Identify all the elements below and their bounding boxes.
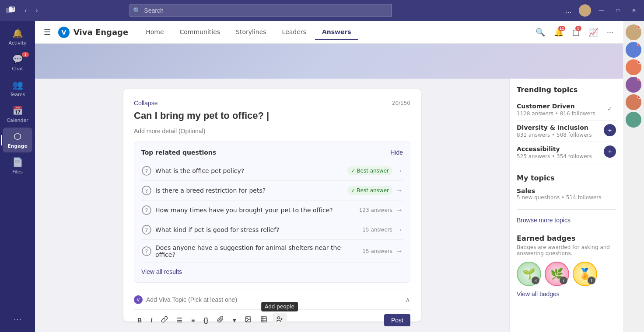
svg-text:?: ? bbox=[145, 227, 148, 233]
calendar-icon: 📅 bbox=[12, 105, 23, 116]
header-more-button[interactable]: ··· bbox=[604, 25, 616, 39]
related-title: Top related questions bbox=[141, 149, 216, 156]
best-answer-badge: ✓ Best answer bbox=[347, 186, 392, 195]
sidebar-item-engage[interactable]: ⬡ Engage bbox=[3, 128, 32, 152]
maximize-button[interactable]: □ bbox=[612, 6, 624, 15]
topic-follow-button[interactable]: + bbox=[604, 124, 616, 136]
search-icon: 🔍 bbox=[133, 7, 140, 14]
sidebar-item-label: Teams bbox=[10, 92, 25, 97]
italic-button[interactable]: I bbox=[147, 314, 156, 326]
detail-input[interactable] bbox=[134, 128, 410, 135]
related-question-item[interactable]: ? What kind if pet is good for stress re… bbox=[141, 220, 403, 240]
back-button[interactable]: ‹ bbox=[21, 5, 30, 16]
question-icon: ? bbox=[141, 205, 152, 215]
header-search-button[interactable]: 🔍 bbox=[533, 25, 548, 40]
right-rail-avatar-1[interactable] bbox=[626, 42, 641, 58]
nav-item-home[interactable]: Home bbox=[139, 25, 171, 40]
nav-item-answers[interactable]: Answers bbox=[315, 25, 358, 40]
titlebar-more-button[interactable]: ... bbox=[562, 4, 575, 17]
my-topic-meta: 5 new questions • 514 followers bbox=[517, 194, 616, 201]
right-rail-avatar-4[interactable] bbox=[626, 94, 641, 110]
topic-name: Customer Driven bbox=[517, 103, 595, 110]
attach-dropdown-button[interactable]: ▾ bbox=[229, 314, 239, 326]
app-header-right: 🔍 🔔12 ◫5 📈 ··· bbox=[533, 25, 616, 40]
related-question-item[interactable]: ? Does anyone have a suggestion for anim… bbox=[141, 240, 403, 263]
bold-button[interactable]: B bbox=[134, 314, 145, 326]
svg-rect-17 bbox=[261, 317, 266, 322]
avatar-badge bbox=[637, 24, 641, 29]
sidebar-item-chat[interactable]: 1 💬 Chat bbox=[3, 50, 32, 75]
topic-collapse-button[interactable]: ∧ bbox=[405, 296, 410, 304]
question-arrow-button[interactable]: → bbox=[396, 167, 403, 175]
add-people-button[interactable] bbox=[273, 313, 287, 327]
trending-topic-row: Accessibility 525 answers • 354 follower… bbox=[517, 142, 616, 163]
topic-follow-button[interactable]: ✓ bbox=[604, 103, 616, 115]
badges-desc: Badges are awarded for asking and answer… bbox=[517, 244, 616, 256]
nav-item-leaders[interactable]: Leaders bbox=[275, 25, 313, 40]
browse-topics-button[interactable]: Browse more topics bbox=[517, 217, 570, 224]
sidebar-item-calendar[interactable]: 📅 Calender bbox=[3, 102, 32, 127]
forward-button[interactable]: › bbox=[32, 5, 41, 16]
header-analytics-button[interactable]: 📈 bbox=[586, 25, 601, 40]
badge-item: 🏅 1 bbox=[573, 262, 597, 286]
svg-text:?: ? bbox=[145, 187, 148, 194]
sidebar-item-teams[interactable]: 👥 Teams bbox=[3, 76, 32, 101]
table-button[interactable] bbox=[257, 313, 271, 327]
svg-point-16 bbox=[247, 318, 248, 319]
numbers-button[interactable]: ≡ bbox=[188, 314, 198, 326]
files-icon: 📄 bbox=[12, 157, 23, 167]
hide-button[interactable]: Hide bbox=[390, 149, 403, 156]
titlebar-nav: ‹ › bbox=[21, 5, 42, 16]
view-all-badges-button[interactable]: View all badges bbox=[517, 290, 560, 297]
sidebar-more-button[interactable]: ··· bbox=[13, 315, 21, 325]
code-button[interactable]: {} bbox=[200, 314, 212, 326]
topic-follow-button[interactable]: + bbox=[604, 145, 616, 158]
link-button[interactable] bbox=[158, 313, 172, 327]
question-arrow-button[interactable]: → bbox=[396, 187, 403, 194]
attach-button[interactable] bbox=[214, 313, 228, 327]
answer-count: 123 answers bbox=[359, 207, 392, 213]
right-rail-avatar-5[interactable] bbox=[626, 112, 641, 128]
nav-item-storylines[interactable]: Storylines bbox=[229, 25, 273, 40]
titlebar-right: ... — □ ✕ bbox=[562, 4, 640, 17]
question-arrow-button[interactable]: → bbox=[396, 247, 403, 255]
search-input[interactable] bbox=[130, 4, 392, 17]
collapse-button[interactable]: Collapse bbox=[134, 100, 158, 107]
view-all-button[interactable]: View all results bbox=[141, 268, 182, 275]
bullets-button[interactable]: ☰ bbox=[173, 314, 186, 326]
question-arrow-button[interactable]: → bbox=[396, 206, 403, 214]
related-question-item[interactable]: ? What is the office pet policy? ✓ Best … bbox=[141, 161, 403, 181]
question-icon: ? bbox=[141, 246, 152, 256]
sidebar-item-activity[interactable]: 🔔 Activity bbox=[3, 24, 32, 49]
post-button[interactable]: Post bbox=[384, 314, 410, 326]
right-rail-avatar-3[interactable] bbox=[626, 77, 641, 93]
right-rail-avatar-2[interactable] bbox=[626, 59, 641, 75]
svg-text:?: ? bbox=[145, 207, 148, 214]
related-question-text: How many times have you brought your pet… bbox=[155, 207, 359, 214]
question-card: Collapse 20/150 Top related questions Hi… bbox=[123, 89, 421, 322]
header-store-button[interactable]: ◫5 bbox=[570, 25, 582, 40]
topic-info: Accessibility 525 answers • 354 follower… bbox=[517, 145, 592, 159]
sidebar-item-label: Calender bbox=[7, 118, 28, 123]
related-header: Top related questions Hide bbox=[141, 149, 403, 156]
app-header: ☰ V Viva Engage Home Communities Storyli… bbox=[35, 21, 623, 44]
titlebar-search-area: 🔍 bbox=[130, 4, 392, 17]
related-question-item[interactable]: ? How many times have you brought your p… bbox=[141, 201, 403, 220]
question-arrow-button[interactable]: → bbox=[396, 226, 403, 234]
related-question-item[interactable]: ? Is there a breed restriction for pets?… bbox=[141, 181, 403, 201]
nav-item-communities[interactable]: Communities bbox=[173, 25, 228, 40]
sidebar-item-files[interactable]: 📄 Files bbox=[3, 153, 32, 178]
user-avatar[interactable] bbox=[579, 4, 591, 17]
close-button[interactable]: ✕ bbox=[627, 6, 640, 15]
badge-item: 🌱 3 bbox=[517, 262, 541, 286]
minimize-button[interactable]: — bbox=[595, 6, 609, 15]
badge-count: 1 bbox=[588, 277, 595, 284]
engage-icon: ⬡ bbox=[14, 131, 21, 142]
right-rail-avatar-0[interactable] bbox=[626, 24, 641, 40]
image-button[interactable] bbox=[241, 313, 255, 327]
hamburger-button[interactable]: ☰ bbox=[42, 26, 52, 39]
question-input[interactable] bbox=[134, 110, 410, 121]
add-people-tooltip: Add people bbox=[261, 302, 298, 311]
badge-count: 3 bbox=[532, 277, 539, 284]
header-notifications-button[interactable]: 🔔12 bbox=[551, 25, 566, 40]
